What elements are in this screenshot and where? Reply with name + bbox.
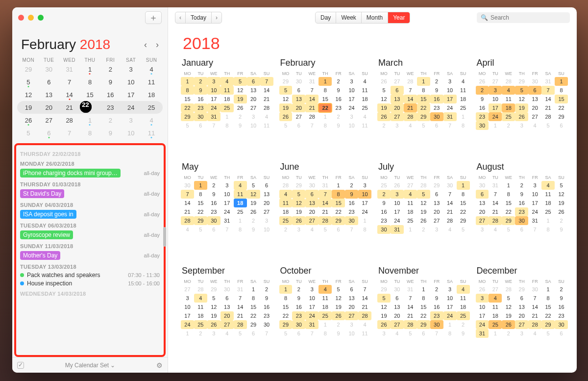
prev-month-button[interactable]: ‹ [144, 40, 147, 50]
year-day[interactable]: 29 [181, 112, 194, 121]
year-day[interactable]: 2 [260, 285, 273, 294]
year-day[interactable]: 24 [305, 311, 318, 320]
year-day[interactable]: 9 [332, 86, 345, 95]
year-day[interactable]: 15 [181, 95, 194, 103]
year-day[interactable]: 4 [404, 121, 417, 130]
year-day[interactable]: 26 [377, 320, 391, 329]
year-day[interactable]: 15 [194, 199, 207, 207]
year-day[interactable]: 7 [260, 329, 273, 338]
year-day[interactable]: 5 [194, 225, 207, 234]
year-day[interactable]: 23 [260, 311, 273, 320]
year-day[interactable]: 8 [443, 329, 457, 338]
event-row[interactable]: Gyroscope reviewall-day [20, 230, 160, 239]
year-day[interactable]: 21 [260, 95, 273, 103]
year-day[interactable]: 16 [194, 95, 207, 103]
year-day[interactable]: 12 [292, 199, 305, 207]
year-day[interactable]: 31 [528, 216, 541, 225]
year-day[interactable]: 27 [345, 311, 358, 320]
year-day[interactable]: 7 [404, 294, 417, 303]
year-day[interactable]: 4 [391, 329, 404, 338]
year-day[interactable]: 13 [292, 95, 305, 103]
year-day[interactable]: 25 [358, 103, 371, 112]
mini-day[interactable]: 2 [100, 114, 121, 127]
year-day[interactable]: 8 [555, 86, 568, 95]
year-day[interactable]: 27 [247, 103, 260, 112]
year-day[interactable]: 4 [489, 294, 502, 303]
year-day[interactable]: 24 [443, 311, 457, 320]
year-day[interactable]: 21 [489, 207, 502, 216]
year-day[interactable]: 22 [502, 207, 515, 216]
event-row[interactable]: iPhone charging docks mini group…all-day [20, 169, 160, 178]
mini-day[interactable]: 18 [141, 88, 162, 101]
year-day[interactable]: 31 [234, 285, 247, 294]
year-day[interactable]: 3 [391, 121, 404, 130]
year-day[interactable]: 9 [555, 294, 568, 303]
year-day[interactable]: 1 [220, 112, 234, 121]
year-day[interactable]: 4 [220, 329, 234, 338]
year-day[interactable]: 1 [234, 216, 247, 225]
year-day[interactable]: 27 [391, 77, 404, 86]
year-day[interactable]: 27 [476, 216, 489, 225]
year-day[interactable]: 22 [247, 311, 260, 320]
gear-icon[interactable]: ⚙ [156, 361, 163, 369]
year-day[interactable]: 23 [476, 112, 489, 121]
year-day[interactable]: 10 [181, 303, 194, 311]
year-day[interactable]: 25 [457, 103, 470, 112]
year-day[interactable]: 21 [443, 207, 457, 216]
mini-day[interactable]: 27 [39, 114, 59, 127]
year-day[interactable]: 7 [541, 86, 555, 95]
year-day[interactable]: 24 [489, 112, 502, 121]
year-day[interactable]: 1 [443, 320, 457, 329]
year-day[interactable]: 22 [417, 311, 430, 320]
year-month-october[interactable]: OctoberMOTUWETHFRSASU1234567891011121314… [279, 264, 372, 365]
year-day[interactable]: 3 [377, 329, 391, 338]
year-day[interactable]: 13 [430, 199, 443, 207]
year-day[interactable]: 5 [332, 285, 345, 294]
year-day[interactable]: 11 [404, 199, 417, 207]
year-day[interactable]: 7 [443, 121, 457, 130]
year-day[interactable]: 18 [279, 207, 293, 216]
year-day[interactable]: 2 [476, 86, 489, 95]
year-day[interactable]: 28 [234, 320, 247, 329]
year-day[interactable]: 14 [181, 199, 194, 207]
year-day[interactable]: 3 [247, 112, 260, 121]
year-day[interactable]: 6 [430, 121, 443, 130]
year-day[interactable]: 25 [541, 207, 555, 216]
minimize-icon[interactable] [28, 15, 34, 21]
year-day[interactable]: 3 [528, 181, 541, 190]
year-day[interactable]: 10 [260, 225, 273, 234]
view-month-button[interactable]: Month [362, 12, 388, 23]
year-day[interactable]: 1 [417, 77, 430, 86]
year-day[interactable]: 4 [489, 225, 502, 234]
year-day[interactable]: 30 [220, 285, 234, 294]
year-day[interactable]: 17 [345, 95, 358, 103]
year-day[interactable]: 1 [318, 112, 332, 121]
year-day[interactable]: 22 [555, 103, 568, 112]
year-day[interactable]: 5 [457, 225, 470, 234]
year-day[interactable]: 3 [345, 112, 358, 121]
year-day[interactable]: 6 [417, 329, 430, 338]
year-day[interactable]: 9 [234, 121, 247, 130]
mini-day[interactable]: 14 [59, 88, 80, 101]
event-row[interactable]: Mother's Dayall-day [20, 251, 160, 260]
year-day[interactable]: 9 [515, 190, 528, 199]
year-day[interactable]: 21 [305, 103, 318, 112]
year-day[interactable]: 5 [318, 225, 332, 234]
year-day[interactable]: 25 [377, 181, 391, 190]
year-day[interactable]: 28 [417, 181, 430, 190]
year-day[interactable]: 11 [457, 294, 470, 303]
year-day[interactable]: 26 [207, 320, 220, 329]
year-day[interactable]: 4 [528, 121, 541, 130]
year-day[interactable]: 23 [515, 207, 528, 216]
year-day[interactable]: 28 [279, 181, 293, 190]
year-day[interactable]: 22 [181, 103, 194, 112]
year-day[interactable]: 3 [489, 86, 502, 95]
event-row[interactable]: Pack watches and speakers07:30 - 11:30 [20, 272, 160, 279]
year-day[interactable]: 6 [292, 329, 305, 338]
mini-day[interactable]: 9 [100, 76, 121, 88]
year-day[interactable]: 14 [234, 303, 247, 311]
year-day[interactable]: 15 [417, 95, 430, 103]
year-day[interactable]: 23 [345, 207, 358, 216]
year-day[interactable]: 31 [220, 216, 234, 225]
year-day[interactable]: 5 [292, 190, 305, 199]
